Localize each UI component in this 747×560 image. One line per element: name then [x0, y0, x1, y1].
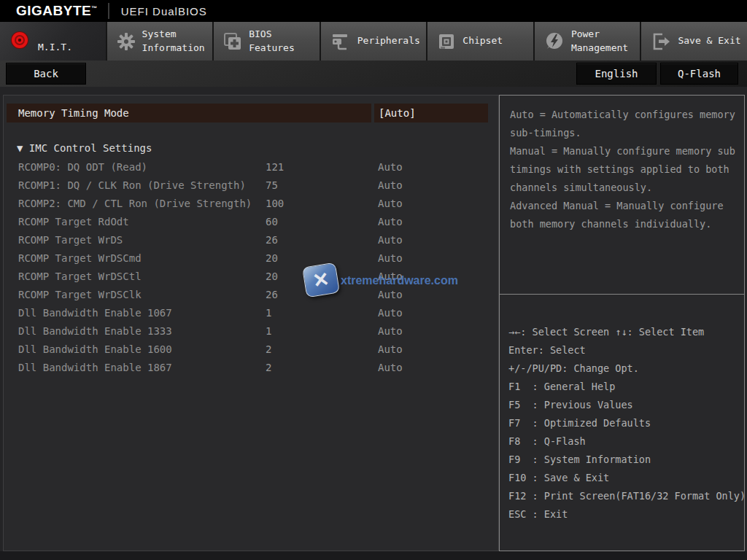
section-header[interactable]: ▼ IMC Control Settings: [17, 142, 152, 154]
toolbar: Back English Q-Flash: [0, 61, 747, 87]
tab-save-exit[interactable]: Save & Exit: [641, 22, 747, 61]
product-name: UEFI DualBIOS: [121, 5, 207, 18]
back-button[interactable]: Back: [6, 63, 86, 85]
settings-rows: RCOMP0: DQ ODT (Read) 121 Auto RCOMP1: D…: [4, 158, 498, 377]
setting-row[interactable]: Dll Bandwidth Enable 1867 2 Auto: [4, 359, 498, 377]
help-description-box: Auto = Automatically configures memory s…: [500, 96, 744, 295]
setting-label: RCOMP Target RdOdt: [18, 216, 129, 228]
tab-bios-features[interactable]: BIOS Features: [214, 22, 321, 61]
setting-label: RCOMP2: CMD / CTL Ron (Drive Strength): [18, 198, 252, 209]
qflash-button[interactable]: Q-Flash: [660, 63, 738, 85]
setting-label: RCOMP Target WrDSCmd: [18, 252, 142, 264]
setting-label: RCOMP0: DQ ODT (Read): [18, 161, 147, 173]
setting-mode: Auto: [378, 343, 403, 355]
setting-mode: Auto: [378, 161, 403, 173]
setting-mode: Auto: [378, 362, 403, 373]
setting-value: 20: [266, 271, 278, 282]
peripheral-icon: [330, 32, 351, 51]
exit-door-icon: [651, 32, 671, 51]
language-button[interactable]: English: [576, 63, 657, 85]
tab-peripherals[interactable]: Peripherals: [321, 22, 428, 61]
tab-label: BIOS Features: [249, 28, 295, 55]
titlebar-divider: [108, 3, 109, 19]
help-description-text: Auto = Automatically configures memory s…: [510, 106, 738, 233]
setting-value: 75: [266, 179, 278, 191]
tab-mit[interactable]: M.I.T.: [0, 22, 107, 61]
setting-mode: Auto: [378, 271, 403, 282]
setting-value: 2: [266, 362, 271, 373]
tab-label: M.I.T.: [38, 41, 72, 55]
tab-label: System Information: [142, 28, 205, 55]
title-bar: GIGABYTE™ UEFI DualBIOS: [0, 0, 747, 22]
footer-strip: [0, 551, 747, 560]
setting-row[interactable]: RCOMP Target WrDSClk 26 Auto: [4, 286, 498, 304]
selected-setting-label[interactable]: Memory Timing Mode: [7, 104, 371, 122]
setting-row[interactable]: Dll Bandwidth Enable 1333 1 Auto: [4, 322, 498, 341]
key-legend-text: →←: Select Screen ↑↓: Select Item Enter:…: [508, 323, 741, 524]
setting-row[interactable]: RCOMP Target WrDSCtl 20 Auto: [4, 268, 498, 286]
chip-icon: [437, 32, 456, 51]
setting-value: 121: [266, 161, 284, 173]
setting-label: Dll Bandwidth Enable 1333: [18, 325, 172, 337]
setting-value: 26: [266, 289, 278, 300]
setting-row[interactable]: RCOMP2: CMD / CTL Ron (Drive Strength) 1…: [4, 195, 498, 213]
setting-mode: Auto: [378, 307, 403, 319]
setting-label: Dll Bandwidth Enable 1600: [18, 343, 172, 355]
setting-mode: Auto: [378, 252, 403, 264]
setting-value: 100: [266, 198, 284, 209]
setting-mode: Auto: [378, 216, 403, 228]
setting-row[interactable]: Dll Bandwidth Enable 1600 2 Auto: [4, 341, 498, 359]
setting-label: Dll Bandwidth Enable 1067: [18, 307, 172, 319]
setting-mode: Auto: [378, 198, 403, 209]
gigabyte-logo: GIGABYTE™: [16, 3, 98, 19]
setting-mode: Auto: [378, 179, 403, 191]
setting-label: RCOMP Target WrDSClk: [18, 289, 142, 300]
setting-value: 60: [266, 216, 278, 228]
tab-power-management[interactable]: Power Management: [535, 22, 642, 61]
setting-value: 20: [266, 252, 278, 264]
setting-value: 2: [266, 343, 271, 355]
tab-bar: M.I.T.: [0, 22, 747, 61]
setting-row[interactable]: RCOMP0: DQ ODT (Read) 121 Auto: [4, 158, 498, 176]
setting-row[interactable]: Dll Bandwidth Enable 1067 1 Auto: [4, 304, 498, 322]
setting-mode: Auto: [378, 289, 403, 300]
tab-label: Power Management: [571, 28, 628, 55]
setting-row[interactable]: RCOMP1: DQ / CLK Ron (Drive Strength) 75…: [4, 176, 498, 195]
setting-mode: Auto: [378, 234, 403, 246]
tab-label: Chipset: [462, 34, 503, 48]
tab-system-information[interactable]: System Information: [107, 22, 214, 61]
setting-row[interactable]: RCOMP Target WrDS 26 Auto: [4, 231, 498, 249]
trademark-symbol: ™: [91, 5, 98, 12]
setting-value: 1: [266, 325, 271, 337]
setting-label: RCOMP Target WrDS: [18, 234, 123, 246]
setting-label: Dll Bandwidth Enable 1867: [18, 362, 172, 373]
tab-label: Save & Exit: [678, 34, 740, 48]
setting-row[interactable]: RCOMP Target RdOdt 60 Auto: [4, 213, 498, 231]
lightning-icon: [544, 31, 565, 52]
key-legend-box: →←: Select Screen ↑↓: Select Item Enter:…: [500, 295, 744, 524]
setting-row[interactable]: RCOMP Target WrDSCmd 20 Auto: [4, 249, 498, 268]
setting-label: RCOMP Target WrDSCtl: [18, 271, 142, 282]
settings-panel: Memory Timing Mode [Auto] ▼ IMC Control …: [3, 95, 499, 551]
setting-label: RCOMP1: DQ / CLK Ron (Drive Strength): [18, 179, 246, 191]
help-panel: Auto = Automatically configures memory s…: [499, 95, 745, 551]
mit-icon: [9, 31, 31, 52]
selected-setting-value[interactable]: [Auto]: [374, 104, 488, 122]
tab-chipset[interactable]: Chipset: [427, 22, 535, 61]
setting-mode: Auto: [378, 325, 403, 337]
gear-icon: [117, 32, 136, 51]
setting-value: 26: [266, 234, 278, 246]
tab-label: Peripherals: [357, 34, 420, 48]
setting-value: 1: [266, 307, 271, 319]
folder-plus-icon: [223, 32, 242, 51]
